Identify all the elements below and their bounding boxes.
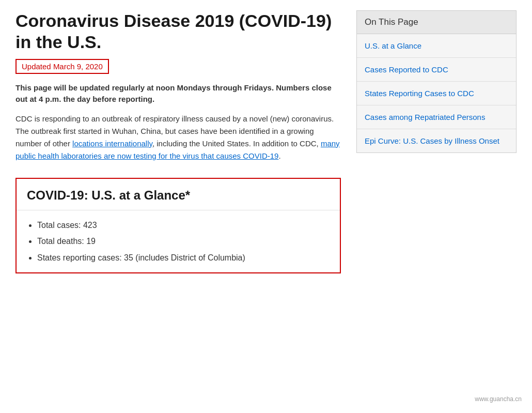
glance-list: Total cases: 423 Total deaths: 19 States…: [17, 210, 340, 273]
page-title: Coronavirus Disease 2019 (COVID-19) in t…: [15, 10, 341, 53]
sidebar-link-repatriated[interactable]: Cases among Repatriated Persons: [357, 105, 516, 129]
glance-section: COVID-19: U.S. at a Glance* Total cases:…: [15, 178, 341, 274]
sidebar-item-repatriated[interactable]: Cases among Repatriated Persons: [357, 105, 516, 129]
glance-item-total-deaths: Total deaths: 19: [37, 235, 330, 248]
intro-para-cont: , including the United States. In additi…: [152, 139, 321, 148]
glance-item-total-cases: Total cases: 423: [37, 219, 330, 232]
on-this-page-box: On This Page U.S. at a Glance Cases Repo…: [356, 10, 517, 153]
updated-badge: Updated March 9, 2020: [15, 59, 109, 74]
watermark: www.guancha.cn: [475, 395, 522, 403]
sidebar-item-states-reporting[interactable]: States Reporting Cases to CDC: [357, 82, 516, 105]
glance-box: COVID-19: U.S. at a Glance* Total cases:…: [15, 178, 341, 274]
sidebar-link-epi-curve[interactable]: Epi Curve: U.S. Cases by Illness Onset: [357, 129, 516, 152]
on-this-page-links: U.S. at a Glance Cases Reported to CDC S…: [357, 34, 516, 152]
sidebar-link-us-glance[interactable]: U.S. at a Glance: [357, 34, 516, 57]
sidebar: On This Page U.S. at a Glance Cases Repo…: [356, 10, 517, 273]
glance-title: COVID-19: U.S. at a Glance*: [17, 179, 340, 210]
sidebar-link-states-reporting[interactable]: States Reporting Cases to CDC: [357, 82, 516, 105]
sidebar-item-epi-curve[interactable]: Epi Curve: U.S. Cases by Illness Onset: [357, 129, 516, 152]
sidebar-link-cases-reported[interactable]: Cases Reported to CDC: [357, 58, 516, 81]
sidebar-item-us-glance[interactable]: U.S. at a Glance: [357, 34, 516, 58]
intro-para-end: .: [278, 151, 280, 160]
intro-bold-text: This page will be updated regularly at n…: [15, 82, 341, 105]
sidebar-item-cases-reported[interactable]: Cases Reported to CDC: [357, 58, 516, 82]
glance-item-states-reporting: States reporting cases: 35 (includes Dis…: [37, 251, 330, 265]
locations-internationally-link[interactable]: locations internationally: [72, 139, 152, 148]
main-content: Coronavirus Disease 2019 (COVID-19) in t…: [15, 10, 341, 273]
intro-paragraph: CDC is responding to an outbreak of resp…: [15, 113, 341, 162]
on-this-page-header: On This Page: [357, 11, 516, 34]
